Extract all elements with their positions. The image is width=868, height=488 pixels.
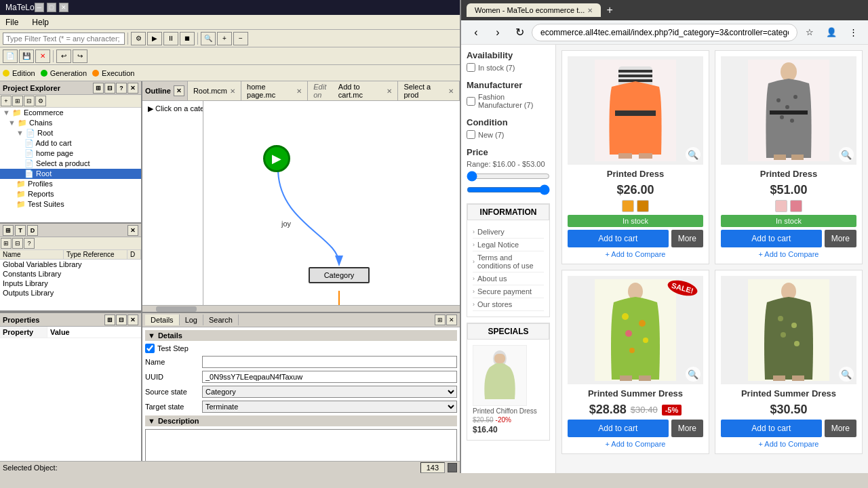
trans-details-section[interactable]: ▼ Details xyxy=(145,330,457,341)
info-payment[interactable]: › Secure payment xyxy=(473,285,544,298)
var-tool-3[interactable]: ? xyxy=(24,238,35,249)
new-condition-checkbox[interactable] xyxy=(467,130,475,139)
info-about[interactable]: › About us xyxy=(473,272,544,285)
tab-close-select[interactable]: ✕ xyxy=(448,87,454,95)
price-slider-min[interactable] xyxy=(467,171,550,182)
pe-btn-2[interactable]: ⊟ xyxy=(104,83,115,94)
tree-add-to-cart[interactable]: 📄 Add to cart xyxy=(0,138,141,148)
close-btn[interactable]: ✕ xyxy=(59,3,68,12)
fashion-manufacturer-checkbox[interactable] xyxy=(467,97,475,106)
tab-close-root[interactable]: ✕ xyxy=(230,87,235,95)
var-tool-2[interactable]: ⊟ xyxy=(12,238,23,249)
prop-btn-2[interactable]: ⊟ xyxy=(116,314,127,325)
source-state-select[interactable]: Category xyxy=(202,386,457,398)
tree-chains[interactable]: ▼ 📁 Chains xyxy=(0,118,141,128)
in-stock-checkbox[interactable] xyxy=(467,63,475,72)
canvas-tab-select[interactable]: Select a prod ✕ xyxy=(398,81,460,100)
toolbar-btn-1[interactable]: ⚙ xyxy=(131,32,146,45)
pe-btn-1[interactable]: ⊞ xyxy=(93,83,104,94)
tree-test-suites[interactable]: 📁 Test Suites xyxy=(0,199,141,209)
more-btn-4[interactable]: More xyxy=(825,420,856,437)
undo-btn[interactable]: ↩ xyxy=(56,49,71,63)
test-step-checkbox[interactable] xyxy=(145,344,155,353)
bookmark-icon[interactable]: ☆ xyxy=(800,23,819,42)
pe-tool-3[interactable]: ⊟ xyxy=(24,96,35,106)
color-swatch-2a[interactable] xyxy=(775,200,787,212)
in-stock-filter[interactable]: In stock (7) xyxy=(467,63,550,72)
uuid-input[interactable] xyxy=(202,371,457,383)
prop-close[interactable]: ✕ xyxy=(127,314,138,325)
product-img-1[interactable]: 🔍 xyxy=(568,56,703,165)
settings-icon[interactable]: ⋮ xyxy=(844,23,863,42)
description-textarea[interactable] xyxy=(145,429,457,461)
canvas-hscroll-thumb[interactable] xyxy=(156,306,197,312)
price-slider-max[interactable] xyxy=(467,184,550,195)
reload-button[interactable]: ↻ xyxy=(510,23,529,42)
toolbar-btn-5[interactable]: 🔍 xyxy=(201,32,216,45)
info-legal[interactable]: › Legal Notice xyxy=(473,239,544,251)
compare-link-3[interactable]: + Add to Compare xyxy=(568,440,703,448)
menu-help[interactable]: Help xyxy=(29,16,52,28)
maximize-btn[interactable]: □ xyxy=(47,3,56,12)
filter-input[interactable] xyxy=(3,33,125,45)
var-btn-3[interactable]: D xyxy=(27,225,38,236)
special-item[interactable]: Printed Chiffon Dress $20.50 -20% $16.40 xyxy=(473,345,544,434)
info-stores[interactable]: › Our stores xyxy=(473,298,544,311)
tree-select-product[interactable]: 📄 Select a product xyxy=(0,159,141,169)
var-btn-2[interactable]: T xyxy=(15,225,26,236)
pe-tool-1[interactable]: + xyxy=(1,96,12,106)
product-img-4[interactable]: 🔍 xyxy=(721,276,856,384)
new-btn[interactable]: 📄 xyxy=(3,49,18,63)
add-to-cart-btn-1[interactable]: Add to cart xyxy=(568,230,669,247)
info-terms[interactable]: › Terms and conditions of use xyxy=(473,251,544,272)
product-img-2[interactable]: 🔍 xyxy=(721,56,856,165)
category-node[interactable]: Category xyxy=(309,267,370,283)
pe-tool-4[interactable]: ⚙ xyxy=(35,96,46,106)
canvas-hscroll[interactable] xyxy=(142,305,460,312)
target-state-select[interactable]: Terminate xyxy=(202,401,457,413)
trans-tab-details[interactable]: Details xyxy=(145,314,180,325)
minimize-btn[interactable]: ─ xyxy=(35,3,44,12)
tree-root[interactable]: ▼ 📄 Root xyxy=(0,128,141,138)
forward-button[interactable]: › xyxy=(488,23,507,42)
delete-btn[interactable]: ✕ xyxy=(35,49,50,63)
toolbar-btn-6[interactable]: + xyxy=(217,32,232,45)
compare-link-1[interactable]: + Add to Compare xyxy=(568,250,703,258)
add-to-cart-btn-4[interactable]: Add to cart xyxy=(721,420,822,437)
tab-close-home[interactable]: ✕ xyxy=(296,87,302,95)
back-button[interactable]: ‹ xyxy=(467,23,486,42)
compare-link-4[interactable]: + Add to Compare xyxy=(721,440,856,448)
tree-root-2[interactable]: 📄 Root xyxy=(0,169,141,179)
toolbar-btn-3[interactable]: ⏸ xyxy=(163,32,178,45)
generation-mode[interactable]: Generation xyxy=(41,69,87,77)
more-btn-1[interactable]: More xyxy=(671,230,703,247)
more-btn-2[interactable]: More xyxy=(825,230,856,247)
new-condition-filter[interactable]: New (7) xyxy=(467,130,550,139)
redo-btn[interactable]: ↪ xyxy=(73,49,87,63)
trans-tab-log[interactable]: Log xyxy=(180,314,203,325)
toolbar-btn-7[interactable]: − xyxy=(233,32,248,45)
color-swatch-1a[interactable] xyxy=(622,200,634,212)
add-to-cart-btn-3[interactable]: Add to cart xyxy=(568,420,669,437)
start-node[interactable]: ▶ xyxy=(263,145,290,172)
new-tab-button[interactable]: + xyxy=(604,4,615,16)
add-to-cart-btn-2[interactable]: Add to cart xyxy=(721,230,822,247)
color-swatch-2b[interactable] xyxy=(790,200,802,212)
person-icon[interactable]: 👤 xyxy=(822,23,841,42)
var-tool-1[interactable]: ⊞ xyxy=(1,238,12,249)
trans-expand[interactable]: ⊞ xyxy=(435,314,446,325)
browser-tab[interactable]: Women - MaTeLo ecommerce t... ✕ xyxy=(467,3,601,17)
info-delivery[interactable]: › Delivery xyxy=(473,226,544,239)
canvas-tab-add-cart[interactable]: Edit on Add to cart.mc ✕ xyxy=(308,81,398,100)
outline-item-1[interactable]: ▶ Click on a category xyxy=(145,104,200,114)
compare-link-2[interactable]: + Add to Compare xyxy=(721,250,856,258)
fashion-manufacturer-filter[interactable]: Fashion Manufacturer (7) xyxy=(467,93,550,109)
var-outputs[interactable]: Outputs Library xyxy=(0,288,141,298)
prop-btn-1[interactable]: ⊞ xyxy=(104,314,115,325)
menu-file[interactable]: File xyxy=(3,16,21,28)
zoom-icon-2[interactable]: 🔍 xyxy=(839,147,854,162)
canvas-tab-root[interactable]: Root.mcm ✕ xyxy=(188,81,241,100)
zoom-icon-1[interactable]: 🔍 xyxy=(686,147,701,162)
var-btn-1[interactable]: ⊞ xyxy=(3,225,14,236)
save-btn[interactable]: 💾 xyxy=(19,49,34,63)
